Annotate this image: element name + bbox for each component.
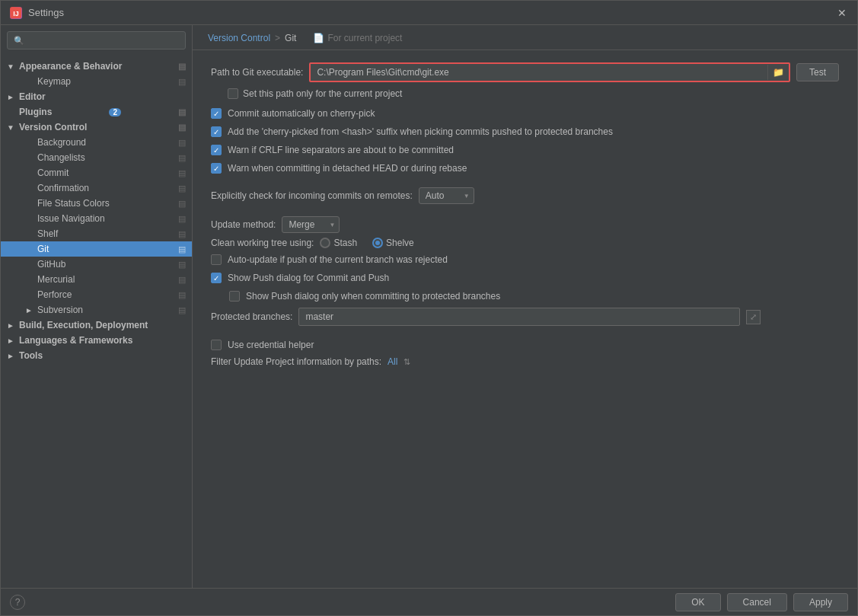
git-path-row: Path to Git executable: 📁 Test [211,62,839,82]
expand-arrow: ► [25,306,34,314]
breadcrumb: Version Control > Git 📄 For current proj… [193,25,857,50]
auto-update-checkbox[interactable] [211,254,222,265]
apply-button[interactable]: Apply [793,593,848,611]
stash-label: Stash [333,238,357,248]
crlf-label: Warn if CRLF line separators are about t… [228,145,454,155]
page-icon: ▤ [178,199,186,209]
protected-branches-expand-btn[interactable]: ⤢ [746,310,761,324]
page-icon: ▤ [178,184,186,193]
filter-label: Filter Update Project information by pat… [211,356,381,367]
search-input[interactable] [27,35,179,46]
show-push-dialog-label: Show Push dialog for Commit and Push [228,273,389,283]
page-icon: ▤ [178,214,186,224]
breadcrumb-separator: > [275,33,280,43]
page-icon: ▤ [178,168,186,178]
breadcrumb-current: Git [285,33,296,43]
stash-radio[interactable] [320,238,330,248]
expand-arrow: ► [7,321,16,330]
cancel-button[interactable]: Cancel [727,593,787,611]
page-icon: ▤ [178,244,186,254]
detached-head-checkbox[interactable] [211,163,222,174]
page-icon: ▤ [178,260,186,270]
sidebar-item-background[interactable]: Background ▤ [1,135,192,150]
path-browse-button[interactable]: 📁 [767,65,789,80]
incoming-commits-label: Explicitly check for incoming commits on… [211,190,413,201]
page-icon: ▤ [178,138,186,148]
credential-helper-label: Use credential helper [228,340,314,350]
test-button[interactable]: Test [796,63,839,81]
sidebar-item-shelf[interactable]: Shelf ▤ [1,226,192,241]
cherry-picked-suffix-checkbox[interactable] [211,126,222,137]
close-button[interactable]: ✕ [836,7,848,19]
cherry-pick-row: Commit automatically on cherry-pick [211,107,839,120]
cherry-picked-suffix-row: Add the 'cherry-picked from <hash>' suff… [211,125,839,139]
cherry-pick-checkbox[interactable] [211,108,222,119]
page-icon: ▤ [178,62,186,72]
sidebar-item-mercurial[interactable]: Mercurial ▤ [1,272,192,287]
set-path-checkbox[interactable] [228,88,238,99]
update-method-row: Update method: Merge Rebase [211,216,839,233]
ok-button[interactable]: OK [675,593,720,611]
update-method-select[interactable]: Merge Rebase [282,216,340,233]
shelve-radio[interactable] [372,238,383,248]
sidebar-item-confirmation[interactable]: Confirmation ▤ [1,180,192,196]
sidebar-item-issue-navigation[interactable]: Issue Navigation ▤ [1,211,192,226]
page-icon: ▤ [178,107,186,117]
sidebar-item-build[interactable]: ► Build, Execution, Deployment [1,318,192,333]
incoming-commits-select[interactable]: Auto Never Always [419,187,474,204]
credential-helper-row: Use credential helper [211,338,839,352]
sidebar-item-plugins[interactable]: Plugins 2 ▤ [1,104,192,120]
main-content: Version Control > Git 📄 For current proj… [193,25,857,588]
expand-arrow: ▼ [7,62,16,71]
app-icon: IJ [10,7,22,19]
show-push-dialog-protected-checkbox[interactable] [229,291,240,302]
search-box[interactable]: 🔍 [7,31,186,49]
settings-window: IJ Settings ✕ 🔍 ▼ Appearance & Behavior … [0,0,858,616]
expand-arrow: ► [7,352,16,360]
breadcrumb-parent[interactable]: Version Control [208,33,270,43]
shelve-label: Shelve [386,238,414,248]
show-push-dialog-protected-label: Show Push dialog only when committing to… [246,291,500,302]
show-push-dialog-checkbox[interactable] [211,273,222,283]
expand-arrow: ▼ [7,123,16,132]
sidebar-item-keymap[interactable]: Keymap ▤ [1,74,192,89]
credential-helper-checkbox[interactable] [211,340,222,350]
page-icon: ▤ [178,123,186,132]
sidebar-item-perforce[interactable]: Perforce ▤ [1,287,192,302]
content-area: 🔍 ▼ Appearance & Behavior ▤ Keymap ▤ [1,25,857,588]
page-icon: ▤ [178,153,186,163]
sidebar-item-version-control[interactable]: ▼ Version Control ▤ [1,120,192,135]
sidebar-item-languages[interactable]: ► Languages & Frameworks [1,333,192,348]
update-method-label: Update method: [211,219,276,230]
sidebar-item-git[interactable]: Git ▤ [1,241,192,257]
path-input-container: 📁 [309,62,790,82]
page-icon: ▤ [178,77,186,87]
filter-row: Filter Update Project information by pat… [211,356,839,367]
page-icon: ▤ [178,290,186,300]
filter-value[interactable]: All [388,356,397,367]
filter-stepper[interactable]: ⇅ [403,357,410,367]
sidebar-item-subversion[interactable]: ► Subversion ▤ [1,302,192,318]
update-method-select-wrapper: Merge Rebase [282,216,340,233]
show-push-dialog-protected-row: Show Push dialog only when committing to… [211,289,839,303]
nav-tree: ▼ Appearance & Behavior ▤ Keymap ▤ ► Edi… [1,56,192,588]
bottom-bar: ? OK Cancel Apply [1,588,857,615]
sidebar-item-commit[interactable]: Commit ▤ [1,165,192,180]
sidebar-item-editor[interactable]: ► Editor [1,89,192,104]
crlf-checkbox[interactable] [211,145,222,155]
expand-arrow: ► [7,337,16,345]
sidebar-item-appearance[interactable]: ▼ Appearance & Behavior ▤ [1,59,192,74]
auto-update-row: Auto-update if push of the current branc… [211,253,839,267]
git-path-input[interactable] [311,64,767,81]
protected-branches-input[interactable] [298,308,740,326]
sidebar-item-changelists[interactable]: Changelists ▤ [1,150,192,165]
page-icon: ▤ [178,229,186,239]
expand-arrow: ► [7,93,16,101]
settings-body: Path to Git executable: 📁 Test Set this … [193,50,857,588]
sidebar-item-file-status-colors[interactable]: File Status Colors ▤ [1,196,192,211]
sidebar-item-tools[interactable]: ► Tools [1,348,192,363]
project-note: 📄 For current project [313,33,402,43]
shelve-radio-group: Shelve [372,238,423,248]
help-button[interactable]: ? [10,595,25,610]
sidebar-item-github[interactable]: GitHub ▤ [1,257,192,272]
